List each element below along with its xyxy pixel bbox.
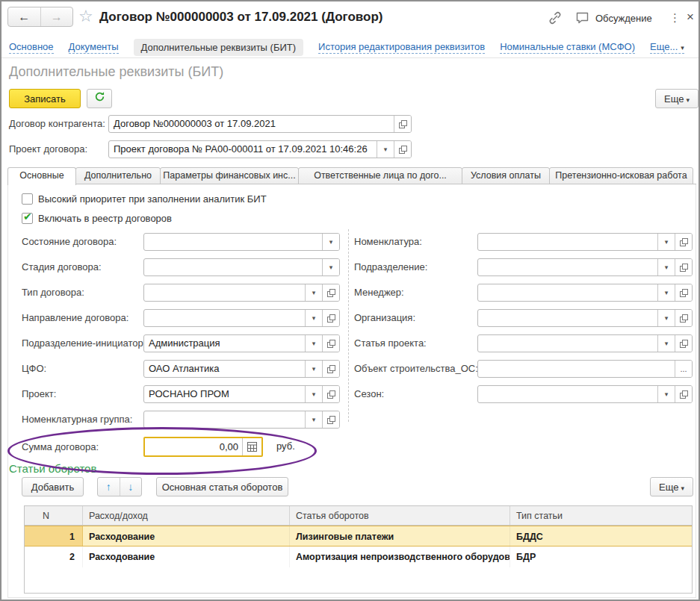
open-value-button[interactable] xyxy=(322,361,339,377)
open-value-button[interactable] xyxy=(394,141,411,158)
field-contract-stage[interactable]: ▾ xyxy=(143,258,340,276)
dropdown-button[interactable]: ▾ xyxy=(377,141,394,158)
calculator-button[interactable] xyxy=(242,438,261,455)
col-header-n[interactable]: N xyxy=(25,506,83,525)
back-arrow-icon: ← xyxy=(18,10,30,23)
close-icon[interactable]: × xyxy=(687,10,694,25)
open-value-button[interactable] xyxy=(675,386,692,402)
dropdown-button[interactable]: ▾ xyxy=(305,284,322,301)
contract-sum-field[interactable]: 0,00 xyxy=(143,437,263,457)
save-button[interactable]: Записать xyxy=(9,89,81,108)
registry-checkbox[interactable]: ✔ xyxy=(22,213,33,224)
dropdown-button[interactable]: ▾ xyxy=(657,335,675,352)
arrow-up-icon: ↑ xyxy=(106,481,111,493)
open-value-button[interactable] xyxy=(322,386,339,402)
open-value-button[interactable] xyxy=(675,310,692,326)
field-contract-direction[interactable]: ▾ xyxy=(143,309,340,327)
field-organization[interactable]: ▾ xyxy=(477,309,693,327)
open-value-button[interactable] xyxy=(675,284,692,301)
dropdown-button[interactable]: ▾ xyxy=(657,259,675,275)
field-cfo[interactable]: ОАО Атлантика ▾ xyxy=(143,360,340,378)
nomenclature-label: Номенклатура: xyxy=(354,233,422,251)
main-turnover-item-button[interactable]: Основная статья оборотов xyxy=(156,477,288,496)
field-initiator-department[interactable]: Администрация ▾ xyxy=(143,334,340,352)
table-header-row: N Расход/доход Статья оборотов Тип стать… xyxy=(25,506,692,526)
column-separator xyxy=(348,229,349,422)
tab-claims-work[interactable]: Претензионно-исковая работа xyxy=(549,167,693,184)
dropdown-button[interactable]: ▾ xyxy=(322,234,339,250)
project-field[interactable]: Проект договора № РА00-000011 от 17.09.2… xyxy=(108,140,412,158)
open-value-button[interactable] xyxy=(322,284,339,301)
dropdown-button[interactable]: ▾ xyxy=(657,284,675,301)
open-value-button[interactable] xyxy=(322,335,339,352)
tab-main[interactable]: Основные xyxy=(7,167,76,185)
dropdown-button[interactable]: ▾ xyxy=(305,361,322,377)
form-more-button[interactable]: Еще▾ xyxy=(655,89,699,108)
stage-label: Стадия договора: xyxy=(22,258,102,276)
col-header-expense-income[interactable]: Расход/доход xyxy=(83,506,290,525)
field-manager[interactable]: ▾ xyxy=(477,284,693,302)
move-up-button[interactable]: ↑ xyxy=(98,478,120,496)
table-more-button[interactable]: Еще▾ xyxy=(650,477,693,496)
high-priority-label: Высокий приоритет при заполнении аналити… xyxy=(38,193,267,205)
open-value-button[interactable] xyxy=(322,310,339,326)
nomenclature-group-label: Номенклатурная группа: xyxy=(22,411,132,429)
favorite-star-icon[interactable]: ☆ xyxy=(78,7,93,26)
contract-field[interactable]: Договор №000000003 от 17.09.2021 xyxy=(108,115,412,133)
nav-main[interactable]: Основное xyxy=(9,41,54,54)
nav-more[interactable]: Еще...▾ xyxy=(650,41,684,54)
open-value-button[interactable] xyxy=(675,335,692,352)
table-row[interactable]: 2 Расходование Амортизация непроизводств… xyxy=(25,546,692,567)
field-project-item[interactable]: ▾ xyxy=(477,334,693,352)
dropdown-button[interactable]: ▾ xyxy=(305,335,322,352)
tab-payment-terms[interactable]: Условия оплаты xyxy=(462,167,550,184)
dropdown-button[interactable]: ▾ xyxy=(657,234,675,250)
discussion-icon[interactable] xyxy=(575,11,589,25)
open-value-button[interactable] xyxy=(675,234,692,250)
open-value-button[interactable] xyxy=(394,116,411,132)
nav-edit-history[interactable]: История редактирования реквизитов xyxy=(318,41,485,54)
table-row[interactable]: 1 Расходование Лизинговые платежи БДДС xyxy=(25,526,692,546)
field-construction-object[interactable]: ... xyxy=(477,360,693,378)
tab-responsible-persons[interactable]: Ответственные лица по дого... xyxy=(298,167,462,184)
chevron-down-icon: ▾ xyxy=(686,96,690,104)
high-priority-checkbox[interactable] xyxy=(22,193,33,205)
discussion-label[interactable]: Обсуждение xyxy=(595,13,652,24)
field-contract-type[interactable]: ▾ xyxy=(143,284,340,302)
turnover-section-title: Статьи оборотов xyxy=(9,462,96,475)
get-link-icon[interactable] xyxy=(548,10,563,25)
field-project[interactable]: РОСНАНО ПРОМ ▾ xyxy=(143,385,340,403)
open-icon xyxy=(680,314,688,323)
field-department[interactable]: ▾ xyxy=(477,258,693,276)
dropdown-button[interactable]: ▾ xyxy=(657,310,675,326)
state-label: Состояние договора: xyxy=(22,233,117,251)
nav-additional-requisites-active[interactable]: Дополнительные реквизиты (БИТ) xyxy=(134,39,303,56)
choose-value-button[interactable]: ... xyxy=(675,361,692,377)
field-nomenclature-group[interactable]: ▾ xyxy=(143,411,340,429)
tab-additional[interactable]: Дополнительно xyxy=(75,167,161,184)
move-down-button[interactable]: ↓ xyxy=(120,478,142,496)
dropdown-button[interactable]: ▾ xyxy=(305,310,322,326)
header-divider xyxy=(1,57,699,58)
open-value-button[interactable] xyxy=(322,411,339,428)
more-menu-icon[interactable]: ⋮ xyxy=(669,11,681,25)
field-contract-state[interactable]: ▾ xyxy=(143,233,340,251)
back-button[interactable]: ← xyxy=(8,7,41,26)
open-value-button[interactable] xyxy=(675,259,692,275)
dropdown-button[interactable]: ▾ xyxy=(305,386,322,402)
refresh-button[interactable] xyxy=(87,89,112,108)
field-season[interactable]: ▾ xyxy=(477,385,693,403)
dropdown-button[interactable]: ▾ xyxy=(322,259,339,275)
col-header-item-type[interactable]: Тип статьи xyxy=(510,506,693,525)
field-nomenclature[interactable]: ▾ xyxy=(477,233,693,251)
nav-documents[interactable]: Документы xyxy=(69,41,119,54)
forward-button[interactable]: → xyxy=(41,7,73,26)
col-header-turnover-item[interactable]: Статья оборотов xyxy=(290,506,510,525)
tab-financial-params[interactable]: Параметры финансовых инс... xyxy=(160,167,299,184)
add-row-button[interactable]: Добавить xyxy=(22,477,84,496)
dropdown-button[interactable]: ▾ xyxy=(657,386,675,402)
nav-nominal-rates[interactable]: Номинальные ставки (МСФО) xyxy=(500,41,635,54)
dropdown-button[interactable]: ▾ xyxy=(305,411,322,428)
open-icon xyxy=(680,264,688,272)
type-label: Тип договора: xyxy=(22,284,84,302)
